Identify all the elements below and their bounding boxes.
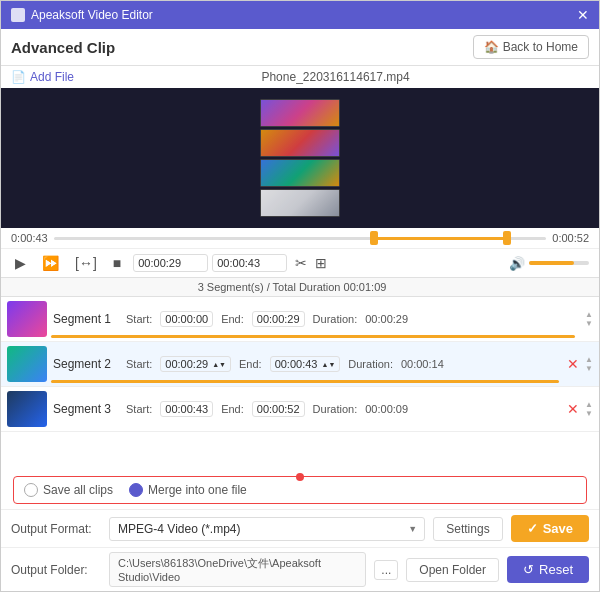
format-select[interactable]: MPEG-4 Video (*.mp4) — [109, 517, 425, 541]
scissors-button[interactable]: ✂ — [295, 255, 307, 271]
format-select-wrap: MPEG-4 Video (*.mp4) — [109, 517, 425, 541]
timeline-bar: 0:00:43 0:00:52 — [1, 228, 599, 248]
save-button[interactable]: ✓ Save — [511, 515, 589, 542]
back-home-button[interactable]: 🏠 Back to Home — [473, 35, 589, 59]
table-row: Segment 3 Start: 00:00:43 End: 00:00:52 … — [1, 387, 599, 432]
segment-2-info: Segment 2 Start: 00:00:29 ▲▼ End: 00:00:… — [53, 356, 561, 372]
segments-list[interactable]: Segment 1 Start: 00:00:00 End: 00:00:29 … — [1, 297, 599, 471]
segment-2-end-val: 00:00:43 ▲▼ — [270, 356, 341, 372]
fast-forward-button[interactable]: ⏩ — [38, 253, 63, 273]
segment-2-delete-button[interactable]: ✕ — [567, 356, 579, 372]
segment-2-start-val: 00:00:29 ▲▼ — [160, 356, 231, 372]
volume-track[interactable] — [529, 261, 589, 265]
timeline-end: 0:00:52 — [552, 232, 589, 244]
time-from-input[interactable] — [138, 257, 203, 269]
segment-2-duration-label: Duration: — [348, 358, 393, 370]
time-from-wrap — [133, 254, 208, 272]
segment-2-start-spinners[interactable]: ▲▼ — [212, 361, 226, 368]
file-name: Phone_220316114617.mp4 — [82, 70, 589, 84]
scroll-down-2[interactable]: ▼ — [585, 365, 593, 373]
volume-control: 🔊 — [509, 256, 589, 271]
app-window: Apeaksoft Video Editor ✕ Advanced Clip 🏠… — [0, 0, 600, 592]
controls-bar: ▶ ⏩ [↔] ■ ✂ ⊞ 🔊 — [1, 248, 599, 277]
scroll-down-1[interactable]: ▼ — [585, 320, 593, 328]
segments-header: 3 Segment(s) / Total Duration 00:01:09 — [1, 277, 599, 297]
output-folder-row: Output Folder: C:\Users\86183\OneDrive\文… — [1, 547, 599, 591]
timeline-track: 0:00:43 0:00:52 — [11, 232, 589, 244]
filmstrip — [260, 99, 340, 217]
segment-3-thumb — [7, 391, 47, 427]
save-options-wrapper: Save all clips Merge into one file — [1, 471, 599, 509]
folder-path-text: C:\Users\86183\OneDrive\文件\Apeaksoft Stu… — [118, 556, 357, 583]
red-dot — [296, 473, 304, 481]
stop-button[interactable]: ■ — [109, 253, 125, 273]
time-to-input[interactable] — [217, 257, 282, 269]
reset-label: Reset — [539, 562, 573, 577]
scroll-down-3[interactable]: ▼ — [585, 410, 593, 418]
segment-1-start-label: Start: — [126, 313, 152, 325]
window-title: Apeaksoft Video Editor — [31, 8, 153, 22]
segment-2-progress — [51, 380, 559, 383]
dots-button[interactable]: ... — [374, 560, 398, 580]
segment-3-start-label: Start: — [126, 403, 152, 415]
reset-button[interactable]: ↺ Reset — [507, 556, 589, 583]
folder-path: C:\Users\86183\OneDrive\文件\Apeaksoft Stu… — [109, 552, 366, 587]
app-icon — [11, 8, 25, 22]
save-all-clips-option[interactable]: Save all clips — [24, 483, 113, 497]
film-cell-4 — [260, 189, 340, 217]
time-input-group — [133, 254, 287, 272]
merge-one-file-label: Merge into one file — [148, 483, 247, 497]
close-button[interactable]: ✕ — [577, 8, 589, 22]
scroll-up-1[interactable]: ▲ — [585, 311, 593, 319]
time-to-wrap — [212, 254, 287, 272]
table-row: Segment 1 Start: 00:00:00 End: 00:00:29 … — [1, 297, 599, 342]
merge-one-file-radio[interactable] — [129, 483, 143, 497]
segment-3-label: Segment 3 — [53, 402, 118, 416]
scroll-up-2[interactable]: ▲ — [585, 356, 593, 364]
segment-3-delete-button[interactable]: ✕ — [567, 401, 579, 417]
segment-1-end-label: End: — [221, 313, 244, 325]
add-file-button[interactable]: 📄 Add File — [11, 70, 74, 84]
page-title: Advanced Clip — [11, 39, 115, 56]
segment-1-end-val: 00:00:29 — [252, 311, 305, 327]
open-folder-button[interactable]: Open Folder — [406, 558, 499, 582]
segment-1-duration-label: Duration: — [313, 313, 358, 325]
segment-2-end-spinners[interactable]: ▲▼ — [321, 361, 335, 368]
segment-2-end-label: End: — [239, 358, 262, 370]
segment-3-duration-label: Duration: — [313, 403, 358, 415]
segment-3-end-label: End: — [221, 403, 244, 415]
segment-2-start-label: Start: — [126, 358, 152, 370]
segment-1-label: Segment 1 — [53, 312, 118, 326]
slider-thumb-right[interactable] — [503, 231, 511, 245]
video-preview — [1, 88, 599, 228]
slider-thumb-left[interactable] — [370, 231, 378, 245]
output-folder-label: Output Folder: — [11, 563, 101, 577]
play-button[interactable]: ▶ — [11, 253, 30, 273]
segment-3-duration-val: 00:00:09 — [365, 403, 408, 415]
segment-2-label: Segment 2 — [53, 357, 118, 371]
merge-button[interactable]: ⊞ — [315, 255, 327, 271]
segment-2-duration-val: 00:00:14 — [401, 358, 444, 370]
merge-one-file-option[interactable]: Merge into one file — [129, 483, 247, 497]
title-bar-left: Apeaksoft Video Editor — [11, 8, 153, 22]
output-format-label: Output Format: — [11, 522, 101, 536]
volume-icon: 🔊 — [509, 256, 525, 271]
save-all-clips-label: Save all clips — [43, 483, 113, 497]
home-icon: 🏠 — [484, 40, 499, 54]
back-home-label: Back to Home — [503, 40, 578, 54]
segment-1-duration-val: 00:00:29 — [365, 313, 408, 325]
save-options: Save all clips Merge into one file — [13, 476, 587, 504]
settings-button[interactable]: Settings — [433, 517, 502, 541]
add-file-icon: 📄 — [11, 70, 26, 84]
scroll-up-3[interactable]: ▲ — [585, 401, 593, 409]
timeline-start: 0:00:43 — [11, 232, 48, 244]
add-file-label: Add File — [30, 70, 74, 84]
timeline-slider[interactable] — [54, 232, 547, 244]
segment-1-progress — [51, 335, 575, 338]
volume-fill — [529, 261, 574, 265]
save-all-clips-radio[interactable] — [24, 483, 38, 497]
segment-3-scroll: ▲ ▼ — [585, 401, 593, 418]
segment-3-start-val: 00:00:43 — [160, 401, 213, 417]
slider-track — [54, 237, 547, 240]
clip-button[interactable]: [↔] — [71, 253, 101, 273]
